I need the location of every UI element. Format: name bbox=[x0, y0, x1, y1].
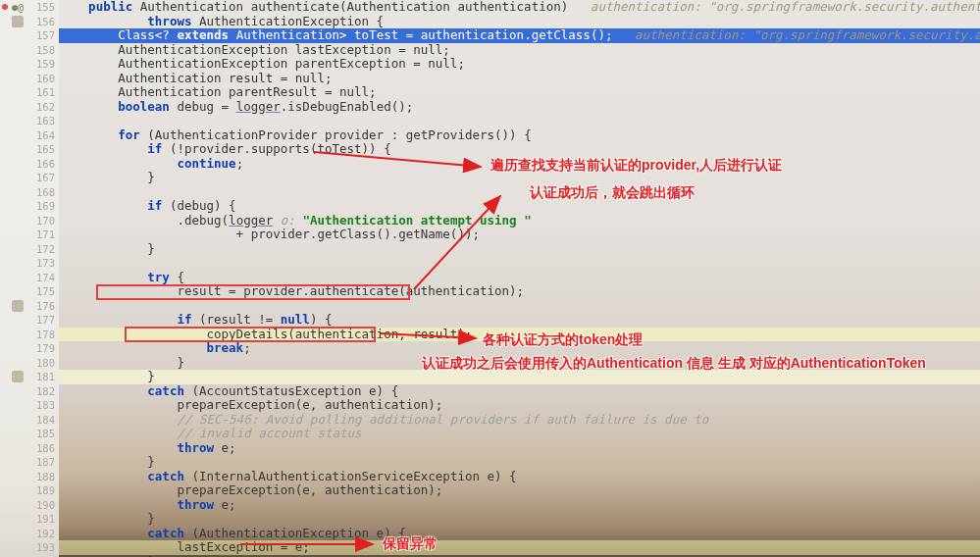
code-area[interactable]: public Authentication authenticate(Authe… bbox=[59, 0, 980, 557]
code-line[interactable]: Authentication parentResult = null; bbox=[59, 85, 980, 100]
code-line[interactable]: catch (InternalAuthenticationServiceExce… bbox=[59, 470, 980, 484]
gutter-row[interactable]: 169 bbox=[0, 199, 59, 214]
code-line[interactable] bbox=[59, 256, 980, 271]
gutter-row[interactable]: 176 bbox=[0, 299, 59, 314]
code-line[interactable]: if (result != null) { bbox=[59, 313, 980, 328]
line-number: 165 bbox=[27, 143, 55, 155]
breakpoint-icon[interactable] bbox=[2, 4, 8, 10]
line-number: 186 bbox=[27, 442, 55, 454]
code-line[interactable]: for (AuthenticationProvider provider : g… bbox=[59, 128, 980, 143]
code-line[interactable]: } bbox=[59, 512, 980, 527]
bookmark-icon[interactable] bbox=[12, 371, 24, 382]
line-number: 183 bbox=[27, 399, 55, 411]
code-line[interactable]: .debug(logger o: "Authentication attempt… bbox=[59, 214, 980, 228]
gutter-row[interactable]: 191 bbox=[0, 512, 59, 527]
inlay-hint: authentication: "org.springframework.sec… bbox=[612, 27, 980, 42]
line-number: 161 bbox=[27, 86, 55, 98]
gutter-row[interactable]: 161 bbox=[0, 85, 59, 100]
gutter-row[interactable]: 183 bbox=[0, 398, 59, 413]
line-number: 172 bbox=[27, 243, 55, 255]
line-number: 184 bbox=[27, 414, 55, 426]
code-line[interactable]: + provider.getClass().getName()); bbox=[59, 228, 980, 242]
code-line[interactable]: AuthenticationException lastException = … bbox=[59, 43, 980, 58]
gutter-row[interactable]: 168 bbox=[0, 185, 59, 200]
code-line[interactable] bbox=[59, 185, 980, 200]
gutter-row[interactable]: 187 bbox=[0, 455, 59, 470]
bookmark-icon[interactable] bbox=[12, 300, 24, 312]
gutter-row[interactable]: ●@155 bbox=[0, 0, 59, 15]
code-line[interactable]: prepareException(e, authentication); bbox=[59, 483, 980, 498]
gutter-row[interactable]: 177 bbox=[0, 313, 59, 328]
code-line[interactable]: Authentication result = null; bbox=[59, 72, 980, 86]
code-line[interactable]: boolean debug = logger.isDebugEnabled(); bbox=[59, 100, 980, 115]
code-line[interactable]: lastException = e; bbox=[59, 540, 980, 555]
keyword: for bbox=[118, 127, 140, 142]
line-number: 171 bbox=[27, 228, 55, 240]
gutter-row[interactable]: 160 bbox=[0, 72, 59, 86]
gutter-row[interactable]: 156 bbox=[0, 15, 59, 29]
code-line[interactable]: catch (AccountStatusException e) { bbox=[59, 384, 980, 399]
code-line[interactable]: catch (AuthenticationException e) { bbox=[59, 527, 980, 541]
override-icon[interactable]: ●@ bbox=[12, 2, 24, 13]
gutter-row[interactable]: 165 bbox=[0, 142, 59, 157]
keyword: continue bbox=[177, 156, 235, 171]
gutter-row[interactable]: 180 bbox=[0, 356, 59, 371]
line-number: 178 bbox=[27, 329, 55, 340]
code-line[interactable]: public Authentication authenticate(Authe… bbox=[59, 0, 980, 15]
code-line[interactable]: throw e; bbox=[59, 498, 980, 513]
gutter-row[interactable]: 166 bbox=[0, 157, 59, 172]
line-number: 162 bbox=[27, 101, 55, 113]
code-line[interactable] bbox=[59, 299, 980, 314]
gutter-row[interactable]: 185 bbox=[0, 427, 59, 441]
code-line[interactable]: prepareException(e, authentication); bbox=[59, 398, 980, 413]
code-line[interactable]: } bbox=[59, 242, 980, 257]
code-line[interactable]: result = provider.authenticate(authentic… bbox=[59, 284, 980, 299]
gutter-row[interactable]: 157 bbox=[0, 28, 59, 43]
gutter-row[interactable]: 186 bbox=[0, 441, 59, 456]
code-line[interactable]: if (!provider.supports(toTest)) { bbox=[59, 142, 980, 157]
annotation-auth-success-break: 认证成功后，就会跳出循环 bbox=[530, 184, 695, 202]
code-line[interactable]: } bbox=[59, 455, 980, 470]
keyword: throws bbox=[147, 14, 191, 28]
gutter-row[interactable]: 193 bbox=[0, 540, 59, 555]
gutter-row[interactable]: 188 bbox=[0, 470, 59, 484]
line-number: 173 bbox=[27, 257, 55, 269]
gutter-row[interactable]: 158 bbox=[0, 43, 59, 58]
gutter-row[interactable]: 179 bbox=[0, 341, 59, 356]
code-line[interactable]: Class<? extends Authentication> toTest =… bbox=[59, 28, 980, 43]
code-line[interactable]: if (debug) { bbox=[59, 199, 980, 214]
gutter-row[interactable]: 159 bbox=[0, 57, 59, 72]
line-number: 169 bbox=[27, 200, 55, 212]
code-line[interactable]: AuthenticationException parentException … bbox=[59, 57, 980, 72]
line-number: 193 bbox=[27, 541, 55, 553]
comment: // SEC-546: Avoid polling additional pro… bbox=[59, 412, 708, 427]
gutter-row[interactable]: 173 bbox=[0, 256, 59, 271]
gutter-row[interactable]: 174 bbox=[0, 271, 59, 285]
gutter-row[interactable]: 189 bbox=[0, 483, 59, 498]
param-hint: o: bbox=[273, 213, 302, 228]
code-line[interactable]: // invalid account status bbox=[59, 427, 980, 441]
gutter-row[interactable]: 164 bbox=[0, 128, 59, 143]
gutter-row[interactable]: 162 bbox=[0, 100, 59, 115]
code-line[interactable]: // SEC-546: Avoid polling additional pro… bbox=[59, 413, 980, 428]
gutter-row[interactable]: 167 bbox=[0, 171, 59, 185]
gutter-row[interactable]: 181 bbox=[0, 370, 59, 384]
code-line[interactable]: try { bbox=[59, 271, 980, 285]
gutter-row[interactable]: 163 bbox=[0, 114, 59, 128]
gutter-row[interactable]: 178 bbox=[0, 328, 59, 342]
keyword: throw bbox=[177, 440, 214, 455]
gutter-row[interactable]: 192 bbox=[0, 527, 59, 541]
code-line[interactable] bbox=[59, 114, 980, 128]
code-line[interactable]: throws AuthenticationException { bbox=[59, 15, 980, 29]
gutter-row[interactable]: 190 bbox=[0, 498, 59, 513]
gutter-row[interactable]: 182 bbox=[0, 384, 59, 399]
code-editor[interactable]: ●@15515615715815916016116216316416516616… bbox=[0, 0, 980, 557]
gutter-row[interactable]: 171 bbox=[0, 228, 59, 242]
bookmark-icon[interactable] bbox=[12, 16, 24, 27]
gutter-row[interactable]: 170 bbox=[0, 214, 59, 228]
keyword: if bbox=[147, 198, 162, 213]
gutter-row[interactable]: 175 bbox=[0, 284, 59, 299]
gutter-row[interactable]: 184 bbox=[0, 413, 59, 428]
gutter-row[interactable]: 172 bbox=[0, 242, 59, 257]
code-line[interactable]: throw e; bbox=[59, 441, 980, 456]
